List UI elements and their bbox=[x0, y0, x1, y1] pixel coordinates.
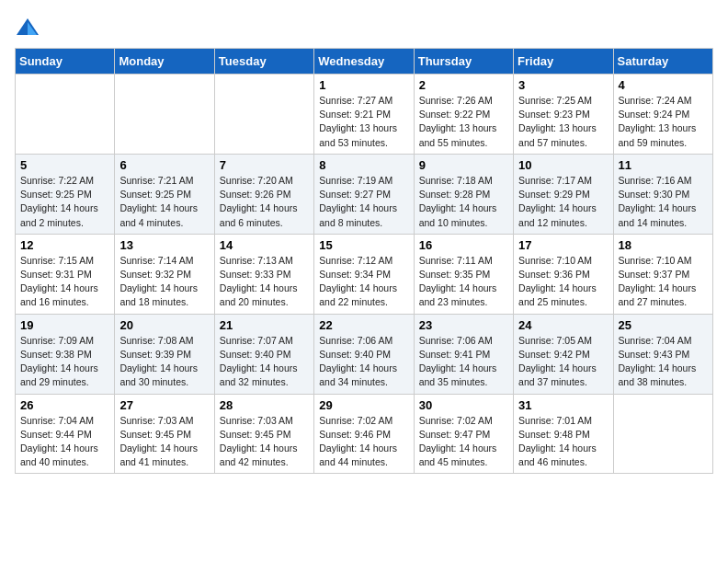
day-number: 14 bbox=[220, 238, 309, 252]
calendar-cell: 19Sunrise: 7:09 AMSunset: 9:38 PMDayligh… bbox=[16, 314, 115, 394]
day-number: 28 bbox=[220, 398, 309, 412]
calendar-cell: 14Sunrise: 7:13 AMSunset: 9:33 PMDayligh… bbox=[214, 234, 313, 314]
day-number: 29 bbox=[319, 398, 408, 412]
day-number: 2 bbox=[419, 78, 508, 92]
calendar-cell: 31Sunrise: 7:01 AMSunset: 9:48 PMDayligh… bbox=[514, 394, 613, 474]
calendar-cell: 2Sunrise: 7:26 AMSunset: 9:22 PMDaylight… bbox=[414, 75, 513, 155]
day-number: 16 bbox=[419, 238, 508, 252]
calendar-cell: 6Sunrise: 7:21 AMSunset: 9:25 PMDaylight… bbox=[115, 154, 214, 234]
day-number: 27 bbox=[119, 398, 209, 412]
calendar-cell: 20Sunrise: 7:08 AMSunset: 9:39 PMDayligh… bbox=[115, 314, 214, 394]
weekday-header-wednesday: Wednesday bbox=[314, 49, 414, 75]
day-number: 1 bbox=[319, 78, 408, 92]
day-info: Sunrise: 7:04 AMSunset: 9:44 PMDaylight:… bbox=[20, 414, 109, 470]
calendar-cell: 8Sunrise: 7:19 AMSunset: 9:27 PMDaylight… bbox=[314, 154, 414, 234]
day-number: 9 bbox=[419, 158, 508, 172]
day-info: Sunrise: 7:11 AMSunset: 9:35 PMDaylight:… bbox=[419, 254, 508, 310]
day-number: 19 bbox=[20, 318, 109, 332]
day-number: 6 bbox=[119, 158, 209, 172]
day-info: Sunrise: 7:18 AMSunset: 9:28 PMDaylight:… bbox=[419, 174, 508, 230]
day-number: 7 bbox=[220, 158, 309, 172]
header bbox=[15, 15, 713, 40]
day-info: Sunrise: 7:27 AMSunset: 9:21 PMDaylight:… bbox=[319, 94, 408, 150]
day-info: Sunrise: 7:17 AMSunset: 9:29 PMDaylight:… bbox=[518, 174, 608, 230]
day-number: 24 bbox=[518, 318, 608, 332]
day-info: Sunrise: 7:09 AMSunset: 9:38 PMDaylight:… bbox=[20, 334, 109, 390]
calendar-cell: 29Sunrise: 7:02 AMSunset: 9:46 PMDayligh… bbox=[314, 394, 414, 474]
calendar-cell: 3Sunrise: 7:25 AMSunset: 9:23 PMDaylight… bbox=[514, 75, 613, 155]
day-number: 5 bbox=[20, 158, 109, 172]
day-number: 25 bbox=[619, 318, 708, 332]
weekday-header-sunday: Sunday bbox=[16, 49, 115, 75]
logo bbox=[15, 15, 44, 40]
calendar-cell: 30Sunrise: 7:02 AMSunset: 9:47 PMDayligh… bbox=[414, 394, 513, 474]
day-info: Sunrise: 7:05 AMSunset: 9:42 PMDaylight:… bbox=[518, 334, 608, 390]
calendar-cell: 11Sunrise: 7:16 AMSunset: 9:30 PMDayligh… bbox=[613, 154, 712, 234]
day-number: 21 bbox=[220, 318, 309, 332]
day-number: 22 bbox=[319, 318, 408, 332]
calendar-cell: 10Sunrise: 7:17 AMSunset: 9:29 PMDayligh… bbox=[514, 154, 613, 234]
day-number: 15 bbox=[319, 238, 408, 252]
calendar-cell: 27Sunrise: 7:03 AMSunset: 9:45 PMDayligh… bbox=[115, 394, 214, 474]
weekday-header-tuesday: Tuesday bbox=[214, 49, 313, 75]
calendar-cell: 15Sunrise: 7:12 AMSunset: 9:34 PMDayligh… bbox=[314, 234, 414, 314]
day-number: 18 bbox=[619, 238, 708, 252]
day-info: Sunrise: 7:14 AMSunset: 9:32 PMDaylight:… bbox=[119, 254, 209, 310]
calendar-cell bbox=[16, 75, 115, 155]
day-number: 31 bbox=[518, 398, 608, 412]
calendar-cell: 28Sunrise: 7:03 AMSunset: 9:45 PMDayligh… bbox=[214, 394, 313, 474]
day-info: Sunrise: 7:20 AMSunset: 9:26 PMDaylight:… bbox=[220, 174, 309, 230]
day-info: Sunrise: 7:06 AMSunset: 9:40 PMDaylight:… bbox=[319, 334, 408, 390]
weekday-header-monday: Monday bbox=[115, 49, 214, 75]
calendar-cell: 7Sunrise: 7:20 AMSunset: 9:26 PMDaylight… bbox=[214, 154, 313, 234]
day-number: 26 bbox=[20, 398, 109, 412]
day-info: Sunrise: 7:03 AMSunset: 9:45 PMDaylight:… bbox=[220, 414, 309, 470]
day-info: Sunrise: 7:26 AMSunset: 9:22 PMDaylight:… bbox=[419, 94, 508, 150]
day-number: 3 bbox=[518, 78, 608, 92]
calendar-cell: 9Sunrise: 7:18 AMSunset: 9:28 PMDaylight… bbox=[414, 154, 513, 234]
day-info: Sunrise: 7:13 AMSunset: 9:33 PMDaylight:… bbox=[220, 254, 309, 310]
calendar-cell bbox=[613, 394, 712, 474]
calendar-cell: 23Sunrise: 7:06 AMSunset: 9:41 PMDayligh… bbox=[414, 314, 513, 394]
calendar-week-row: 12Sunrise: 7:15 AMSunset: 9:31 PMDayligh… bbox=[16, 234, 713, 314]
day-info: Sunrise: 7:19 AMSunset: 9:27 PMDaylight:… bbox=[319, 174, 408, 230]
calendar-week-row: 5Sunrise: 7:22 AMSunset: 9:25 PMDaylight… bbox=[16, 154, 713, 234]
day-info: Sunrise: 7:24 AMSunset: 9:24 PMDaylight:… bbox=[619, 94, 708, 150]
calendar-cell: 22Sunrise: 7:06 AMSunset: 9:40 PMDayligh… bbox=[314, 314, 414, 394]
calendar-table: SundayMondayTuesdayWednesdayThursdayFrid… bbox=[15, 48, 713, 474]
day-number: 20 bbox=[119, 318, 209, 332]
day-info: Sunrise: 7:08 AMSunset: 9:39 PMDaylight:… bbox=[119, 334, 209, 390]
day-info: Sunrise: 7:12 AMSunset: 9:34 PMDaylight:… bbox=[319, 254, 408, 310]
day-number: 4 bbox=[619, 78, 708, 92]
day-info: Sunrise: 7:04 AMSunset: 9:43 PMDaylight:… bbox=[619, 334, 708, 390]
day-number: 23 bbox=[419, 318, 508, 332]
day-number: 17 bbox=[518, 238, 608, 252]
weekday-header-saturday: Saturday bbox=[613, 49, 712, 75]
day-info: Sunrise: 7:15 AMSunset: 9:31 PMDaylight:… bbox=[20, 254, 109, 310]
calendar-cell: 25Sunrise: 7:04 AMSunset: 9:43 PMDayligh… bbox=[613, 314, 712, 394]
calendar-cell: 17Sunrise: 7:10 AMSunset: 9:36 PMDayligh… bbox=[514, 234, 613, 314]
weekday-header-friday: Friday bbox=[514, 49, 613, 75]
calendar-cell: 21Sunrise: 7:07 AMSunset: 9:40 PMDayligh… bbox=[214, 314, 313, 394]
calendar-cell: 24Sunrise: 7:05 AMSunset: 9:42 PMDayligh… bbox=[514, 314, 613, 394]
day-info: Sunrise: 7:02 AMSunset: 9:47 PMDaylight:… bbox=[419, 414, 508, 470]
day-number: 8 bbox=[319, 158, 408, 172]
calendar-cell: 4Sunrise: 7:24 AMSunset: 9:24 PMDaylight… bbox=[613, 75, 712, 155]
day-number: 12 bbox=[20, 238, 109, 252]
day-number: 13 bbox=[119, 238, 209, 252]
day-info: Sunrise: 7:10 AMSunset: 9:36 PMDaylight:… bbox=[518, 254, 608, 310]
day-info: Sunrise: 7:01 AMSunset: 9:48 PMDaylight:… bbox=[518, 414, 608, 470]
weekday-header-row: SundayMondayTuesdayWednesdayThursdayFrid… bbox=[16, 49, 713, 75]
weekday-header-thursday: Thursday bbox=[414, 49, 513, 75]
calendar-cell bbox=[115, 75, 214, 155]
calendar-cell: 5Sunrise: 7:22 AMSunset: 9:25 PMDaylight… bbox=[16, 154, 115, 234]
day-info: Sunrise: 7:16 AMSunset: 9:30 PMDaylight:… bbox=[619, 174, 708, 230]
day-number: 10 bbox=[518, 158, 608, 172]
calendar-cell: 16Sunrise: 7:11 AMSunset: 9:35 PMDayligh… bbox=[414, 234, 513, 314]
day-info: Sunrise: 7:25 AMSunset: 9:23 PMDaylight:… bbox=[518, 94, 608, 150]
day-number: 30 bbox=[419, 398, 508, 412]
calendar-cell bbox=[214, 75, 313, 155]
day-info: Sunrise: 7:07 AMSunset: 9:40 PMDaylight:… bbox=[220, 334, 309, 390]
day-info: Sunrise: 7:02 AMSunset: 9:46 PMDaylight:… bbox=[319, 414, 408, 470]
calendar-cell: 12Sunrise: 7:15 AMSunset: 9:31 PMDayligh… bbox=[16, 234, 115, 314]
